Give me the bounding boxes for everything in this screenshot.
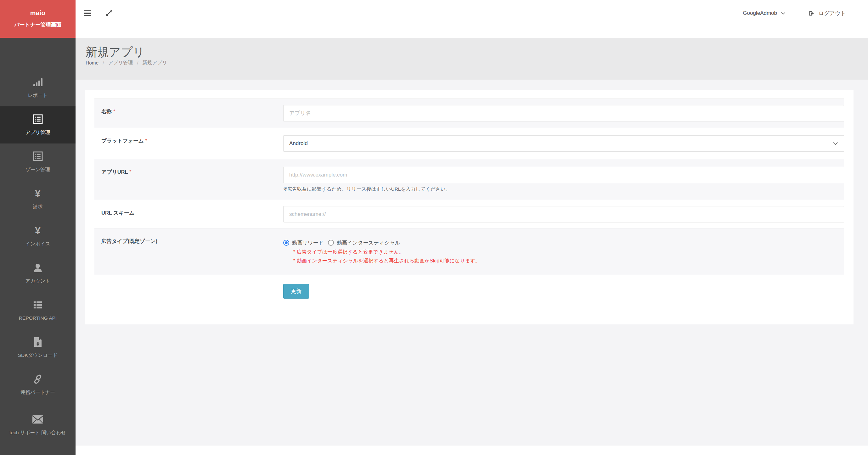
form-row-platform: プラットフォーム* Android [94, 128, 844, 159]
chevron-down-icon [781, 12, 785, 15]
logout-label: ログアウト [818, 10, 846, 17]
envelope-icon [32, 414, 43, 425]
main-area: GoogleAdmob ログアウト 新規アプリ H [75, 0, 868, 455]
sidebar-item-label: 連携パートナー [21, 389, 55, 396]
sidebar-item-app-management[interactable]: アプリ管理 [0, 106, 75, 143]
app-logo: maio パートナー管理画面 [0, 0, 75, 38]
sidebar-item-invoice[interactable]: ¥ インボイス [0, 218, 75, 255]
platform-label: プラットフォーム* [94, 128, 283, 159]
app-url-input[interactable] [283, 167, 844, 183]
radio-video-reward[interactable] [283, 240, 289, 246]
radio-video-interstitial-label[interactable]: 動画インタースティシャル [337, 239, 400, 247]
logo-subtitle: パートナー管理画面 [14, 22, 61, 28]
sign-out-icon [808, 10, 815, 17]
form-actions: 更新 [94, 275, 844, 299]
page-title: 新規アプリ [86, 46, 868, 59]
yen-icon: ¥ [35, 225, 40, 236]
required-mark: * [130, 169, 131, 174]
sidebar-item-billing[interactable]: ¥ 請求 [0, 181, 75, 218]
platform-selected-value: Android [289, 140, 308, 147]
breadcrumb-separator: / [102, 60, 104, 66]
form-row-url-scheme: URL スキーム [94, 200, 844, 228]
sidebar-item-tech-support[interactable]: tech サポート 問い合わせ [0, 403, 75, 447]
sidebar-item-partner[interactable]: 連携パートナー [0, 366, 75, 403]
sidebar-item-label: アプリ管理 [26, 129, 50, 136]
th-list-icon [33, 299, 42, 310]
sidebar-item-label: ゾーン管理 [26, 166, 50, 173]
form-row-ad-type: 広告タイプ(既定ゾーン) 動画リワード 動画インタースティシャル * 広告タイプ… [94, 228, 844, 275]
logout-button[interactable]: ログアウト [808, 10, 846, 17]
sidebar-item-zone-management[interactable]: ゾーン管理 [0, 143, 75, 181]
form-row-name: 名称* [94, 98, 844, 128]
list-square-icon [33, 151, 43, 162]
bar-chart-icon [33, 77, 43, 88]
sidebar-nav: レポート アプリ管理 [0, 69, 75, 447]
sidebar-item-account[interactable]: アカウント [0, 255, 75, 292]
sidebar-item-label: tech サポート 問い合わせ [9, 429, 66, 436]
form-card: 名称* プラットフォーム* Android [85, 90, 854, 324]
sidebar-item-label: アカウント [25, 277, 50, 285]
radio-video-interstitial[interactable] [328, 240, 334, 246]
logo-title: maio [30, 9, 45, 17]
app-url-label: アプリURL* [94, 159, 283, 200]
sidebar: maio パートナー管理画面 レポート [0, 0, 75, 455]
name-label: 名称* [94, 99, 283, 128]
platform-select[interactable]: Android [283, 135, 844, 152]
page-footer [75, 446, 868, 455]
app-url-note: ※広告収益に影響するため、リリース後は正しいURLを入力してください。 [283, 186, 844, 193]
sidebar-item-reporting-api[interactable]: REPORTING API [0, 292, 75, 329]
link-icon [33, 374, 43, 385]
account-name: GoogleAdmob [743, 10, 777, 17]
account-dropdown[interactable]: GoogleAdmob [743, 10, 785, 17]
list-square-icon [33, 114, 43, 125]
update-button[interactable]: 更新 [283, 284, 309, 299]
breadcrumb-home[interactable]: Home [86, 60, 98, 66]
url-scheme-label: URL スキーム [94, 200, 283, 228]
sidebar-item-report[interactable]: レポート [0, 69, 75, 106]
url-scheme-input[interactable] [283, 206, 844, 223]
page-header: 新規アプリ Home / アプリ管理 / 新規アプリ [75, 38, 868, 79]
radio-video-reward-label[interactable]: 動画リワード [292, 239, 323, 247]
yen-icon: ¥ [35, 188, 40, 199]
fullscreen-icon[interactable] [105, 9, 113, 17]
breadcrumb: Home / アプリ管理 / 新規アプリ [86, 60, 868, 66]
content-area: 名称* プラットフォーム* Android [75, 79, 868, 446]
breadcrumb-separator: / [137, 60, 138, 66]
ad-type-warning-2: * 動画インタースティシャルを選択すると再生される動画がSkip可能になります。 [293, 256, 844, 265]
topbar: GoogleAdmob ログアウト [75, 0, 868, 38]
required-mark: * [113, 108, 115, 113]
breadcrumb-current: 新規アプリ [143, 60, 167, 66]
user-icon [33, 262, 43, 273]
ad-type-warning-1: * 広告タイプは一度選択すると変更できません。 [293, 248, 844, 256]
ad-type-label: 広告タイプ(既定ゾーン) [94, 228, 283, 275]
form-row-app-url: アプリURL* ※広告収益に影響するため、リリース後は正しいURLを入力してくだ… [94, 159, 844, 200]
required-mark: * [146, 137, 147, 143]
sidebar-item-sdk-download[interactable]: SDKダウンロード [0, 329, 75, 366]
breadcrumb-app-management[interactable]: アプリ管理 [108, 60, 133, 66]
app-name-input[interactable] [283, 105, 844, 122]
sidebar-item-label: SDKダウンロード [18, 352, 58, 359]
sidebar-item-label: レポート [28, 92, 48, 99]
chevron-down-icon [833, 142, 838, 145]
file-download-icon [33, 337, 42, 347]
sidebar-item-label: 請求 [33, 203, 43, 210]
sidebar-toggle-button[interactable] [84, 9, 91, 18]
sidebar-item-label: インボイス [25, 240, 50, 247]
sidebar-item-label: REPORTING API [19, 314, 57, 322]
